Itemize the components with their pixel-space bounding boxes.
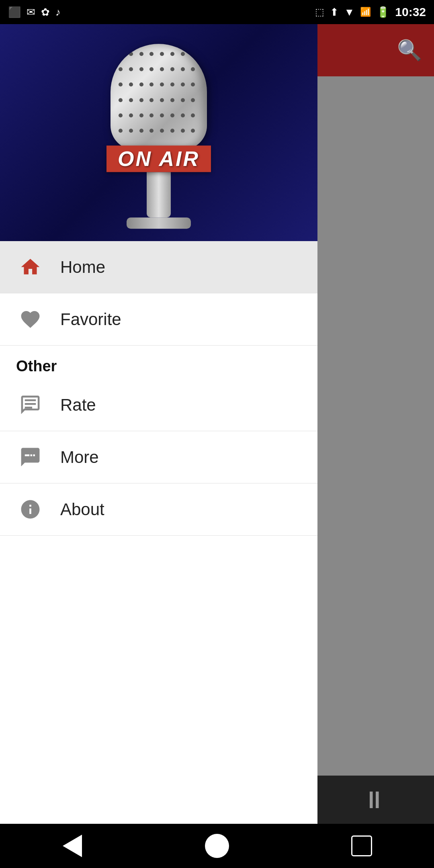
microphone-illustration: ON AIR <box>90 44 227 229</box>
network-icon: ⬆ <box>330 6 339 18</box>
favorite-label: Favorite <box>60 310 121 329</box>
about-label: About <box>60 500 104 519</box>
status-bar-right-icons: ⬚ ⬆ ▼ 📶 🔋 10:32 <box>315 5 426 19</box>
mic-base <box>127 217 191 229</box>
search-icon[interactable]: 🔍 <box>397 39 422 62</box>
mic-body <box>147 172 171 217</box>
favorite-icon <box>16 305 44 334</box>
more-icon <box>16 443 44 471</box>
home-icon <box>16 253 44 281</box>
camera-icon: ✿ <box>41 6 50 18</box>
email-icon: ✉ <box>27 6 35 18</box>
sidebar-item-rate[interactable]: Rate <box>0 379 317 431</box>
mic-head <box>111 44 207 149</box>
more-label: More <box>60 448 99 467</box>
home-label: Home <box>60 258 105 277</box>
right-panel-background: 🔍 <box>317 24 434 824</box>
sidebar-item-favorite[interactable]: Favorite <box>0 293 317 346</box>
right-panel-header: 🔍 <box>317 24 434 76</box>
nav-recents-button[interactable] <box>346 830 378 862</box>
status-bar: ⬛ ✉ ✿ ♪ ⬚ ⬆ ▼ 📶 🔋 10:32 <box>0 0 434 24</box>
recents-icon <box>351 835 372 856</box>
hero-image: ON AIR <box>0 24 317 241</box>
mic-band: ON AIR <box>106 145 211 172</box>
other-section-header: Other <box>0 346 317 379</box>
music-icon: ♪ <box>55 6 61 18</box>
status-bar-left-icons: ⬛ ✉ ✿ ♪ <box>8 6 61 18</box>
signal-icon: 📶 <box>360 7 371 17</box>
sidebar-item-more[interactable]: More <box>0 431 317 483</box>
about-icon <box>16 495 44 524</box>
app-icon: ⬛ <box>8 6 21 18</box>
rate-label: Rate <box>60 395 96 415</box>
rate-icon <box>16 391 44 419</box>
home-nav-icon <box>205 834 229 858</box>
back-icon <box>63 835 82 857</box>
battery-icon: 🔋 <box>377 6 389 18</box>
sidebar-item-about[interactable]: About <box>0 483 317 536</box>
mic-dots <box>119 52 199 141</box>
cast-icon: ⬚ <box>315 6 324 18</box>
status-time: 10:32 <box>395 5 426 19</box>
pause-icon[interactable]: ⏸ <box>362 786 389 814</box>
nav-home-button[interactable] <box>201 830 233 862</box>
nav-back-button[interactable] <box>56 830 88 862</box>
navigation-drawer: ON AIR Home Favorite Oth <box>0 24 317 824</box>
on-air-text: ON AIR <box>118 147 200 171</box>
pause-button-area[interactable]: ⏸ <box>317 776 434 824</box>
sidebar-item-home[interactable]: Home <box>0 241 317 293</box>
nav-bar <box>0 824 434 868</box>
wifi-icon: ▼ <box>344 6 355 18</box>
menu-list: Home Favorite Other Rate <box>0 241 317 824</box>
